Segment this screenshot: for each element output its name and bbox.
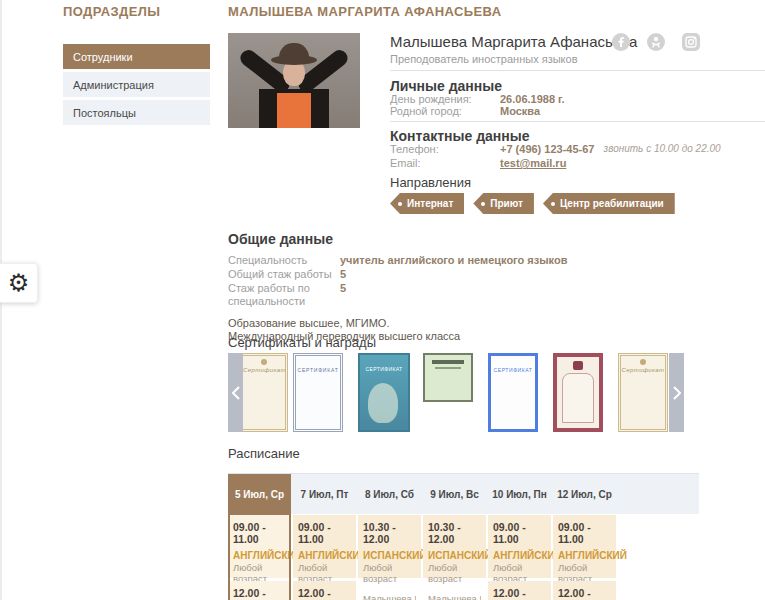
contact-data-title: Контактные данные bbox=[390, 128, 529, 144]
certificates-title: Сертификаты и награды bbox=[228, 335, 376, 350]
tab-label: 5 Июл, Ср bbox=[235, 489, 284, 500]
profile-photo bbox=[228, 33, 360, 128]
sidebar-title: ПОДРАЗДЕЛЫ bbox=[63, 4, 210, 19]
certificate-thumbnail[interactable] bbox=[553, 353, 603, 432]
certificate-thumbnail[interactable] bbox=[423, 353, 473, 402]
row-label: Email: bbox=[390, 157, 500, 169]
sidebar-item-employees[interactable]: Сотрудники bbox=[63, 44, 210, 69]
direction-tag-internat[interactable]: Интернат bbox=[390, 193, 464, 214]
tab-label: 8 Июл, Сб bbox=[365, 489, 414, 500]
tab-label: 12 Июл, Ср bbox=[557, 489, 612, 500]
row-label: Специальность bbox=[228, 254, 340, 267]
phone-value: +7 (496) 123-45-67 bbox=[500, 143, 594, 155]
lesson-card[interactable]: 10.30 - 12.00 ИСПАНСКИЙ Любой возраст Ма… bbox=[423, 515, 486, 578]
row-value: 26.06.1988 г. bbox=[500, 93, 565, 105]
schedule-tabstrip: 5 Июл, Ср 7 Июл, Пт 8 Июл, Сб 9 Июл, Вс … bbox=[228, 473, 699, 514]
email-link[interactable]: test@mail.ru bbox=[500, 157, 566, 169]
lesson-card[interactable]: 09.00 - 11.00 АНГЛИЙСКИЙ Любой возраст М… bbox=[228, 515, 291, 578]
lesson-card[interactable]: 12.00 - 13.00 bbox=[553, 581, 616, 600]
sidebar-item-residents[interactable]: Постояльцы bbox=[63, 100, 210, 125]
lesson-card[interactable]: 12.00 - 13.00 bbox=[488, 581, 551, 600]
certificate-thumbnail[interactable]: СЕРТИФИКАТ bbox=[488, 353, 538, 432]
lesson-time: 10.30 - 12.00 bbox=[428, 521, 481, 545]
instagram-icon[interactable] bbox=[682, 33, 700, 55]
social-links bbox=[612, 33, 700, 55]
page-title: МАЛЫШЕВА МАРГАРИТА АФАНАСЬЕВА bbox=[228, 4, 501, 19]
row-value: 5 bbox=[340, 268, 346, 281]
direction-tags: Интернат Приют Центр реабилитации bbox=[390, 193, 684, 214]
carousel-next-button[interactable] bbox=[669, 353, 684, 432]
schedule-day-column-5: 09.00 - 11.00 АНГЛИЙСКИЙ Любой возраст М… bbox=[553, 515, 616, 578]
lesson-time: 09.00 - 11.00 bbox=[493, 521, 546, 545]
carousel-prev-button[interactable] bbox=[228, 353, 243, 432]
lesson-subject: АНГЛИЙСКИЙ bbox=[298, 550, 351, 561]
lesson-card[interactable]: 09.00 - 11.00 АНГЛИЙСКИЙ Любой возраст М… bbox=[488, 515, 551, 578]
schedule-tab-day-3[interactable]: 9 Июл, Вс bbox=[423, 474, 486, 515]
schedule-title: Расписание bbox=[228, 446, 765, 461]
schedule-tab-day-4[interactable]: 10 Июл, Пн bbox=[488, 474, 551, 515]
lesson-card[interactable]: 10.30 - 12.00 ИСПАНСКИЙ Любой возраст Ма… bbox=[358, 515, 421, 578]
schedule-tab-day-5[interactable]: 12 Июл, Ср bbox=[553, 474, 616, 515]
lesson-teacher: Малышева М... bbox=[363, 593, 416, 600]
direction-tag-rehab[interactable]: Центр реабилитации bbox=[543, 193, 675, 214]
certificate-thumbnail[interactable]: СЕРТИФИКАТ bbox=[358, 353, 410, 432]
facebook-icon[interactable] bbox=[612, 33, 630, 55]
general-row-specialty-experience: Стаж работы по специальности 5 bbox=[228, 282, 658, 308]
lesson-card[interactable]: 12.00 - 13.00 bbox=[228, 581, 291, 600]
row-value: учитель английского и немецкого языков bbox=[340, 254, 567, 267]
lesson-time: 12.00 - 13.00 bbox=[233, 587, 286, 600]
schedule-day-column-3: 10.30 - 12.00 ИСПАНСКИЙ Любой возраст Ма… bbox=[423, 515, 486, 578]
certificate-thumbnail[interactable]: Сертификат bbox=[240, 353, 288, 432]
schedule-tab-day-2[interactable]: 8 Июл, Сб bbox=[358, 474, 421, 515]
personal-data-title: Личные данные bbox=[390, 78, 502, 94]
personal-row-birthday: День рождения: 26.06.1988 г. bbox=[390, 93, 565, 105]
directions-title: Направления bbox=[390, 175, 471, 190]
employee-profile-page: ⚙ ПОДРАЗДЕЛЫ Сотрудники Администрация По… bbox=[0, 0, 765, 600]
row-label: Стаж работы по специальности bbox=[228, 282, 340, 308]
schedule-section: Расписание 5 Июл, Ср 7 Июл, Пт 8 Июл, Сб… bbox=[228, 446, 765, 600]
lesson-card[interactable]: 12.00 - 13.00 bbox=[293, 581, 356, 600]
schedule-day-column-0: 09.00 - 11.00 АНГЛИЙСКИЙ Любой возраст М… bbox=[228, 515, 291, 578]
person-position: Преподователь иностранных языков bbox=[390, 53, 578, 65]
gear-icon: ⚙ bbox=[8, 271, 30, 295]
row-label: Родной город: bbox=[390, 105, 500, 117]
photo-art bbox=[277, 93, 311, 128]
lesson-time: 10.30 - 12.00 bbox=[363, 521, 416, 545]
sidebar-item-administration[interactable]: Администрация bbox=[63, 72, 210, 97]
tab-label: 9 Июл, Вс bbox=[430, 489, 479, 500]
lesson-time: 09.00 - 11.00 bbox=[558, 521, 611, 545]
lesson-age: Любой возраст bbox=[428, 562, 481, 584]
row-label: Общий стаж работы bbox=[228, 268, 340, 281]
odnoklassniki-icon[interactable] bbox=[647, 33, 665, 55]
lesson-teacher: Малышева М... bbox=[428, 593, 481, 600]
certificate-label: СЕРТИФИКАТ bbox=[296, 367, 340, 373]
general-row-total-experience: Общий стаж работы 5 bbox=[228, 268, 658, 281]
row-label: Телефон: bbox=[390, 143, 500, 155]
certificate-thumbnail[interactable]: Сертификат bbox=[618, 353, 668, 432]
certificate-label: СЕРТИФИКАТ bbox=[491, 367, 535, 373]
tab-label: 7 Июл, Пт bbox=[301, 489, 349, 500]
certificate-thumbnail[interactable]: СЕРТИФИКАТ bbox=[293, 353, 343, 432]
general-row-specialty: Специальность учитель английского и неме… bbox=[228, 254, 658, 267]
tab-label: 10 Июл, Пн bbox=[492, 489, 547, 500]
profile-info: Малышева Маргарита Афанасьева Преподоват… bbox=[390, 33, 765, 50]
settings-widget-button[interactable]: ⚙ bbox=[0, 263, 38, 303]
lesson-card[interactable]: 09.00 - 11.00 АНГЛИЙСКИЙ Любой возраст М… bbox=[293, 515, 356, 578]
divider bbox=[390, 121, 765, 122]
schedule-day-column-4: 09.00 - 11.00 АНГЛИЙСКИЙ Любой возраст М… bbox=[488, 515, 551, 578]
schedule-tab-day-0[interactable]: 5 Июл, Ср bbox=[228, 474, 291, 515]
row-value: Москва bbox=[500, 105, 540, 117]
lesson-age: Любой возраст bbox=[363, 562, 416, 584]
lesson-card[interactable]: 09.00 - 11.00 АНГЛИЙСКИЙ Любой возраст М… bbox=[553, 515, 616, 578]
sidebar: ПОДРАЗДЕЛЫ Сотрудники Администрация Пост… bbox=[63, 4, 210, 128]
row-label: День рождения: bbox=[390, 93, 500, 105]
direction-tag-priyut[interactable]: Приют bbox=[473, 193, 534, 214]
lesson-time: 09.00 - 11.00 bbox=[233, 521, 286, 545]
schedule-tab-day-1[interactable]: 7 Июл, Пт bbox=[293, 474, 356, 515]
personal-row-hometown: Родной город: Москва bbox=[390, 105, 540, 117]
lesson-subject: ИСПАНСКИЙ bbox=[363, 550, 416, 561]
lesson-subject: АНГЛИЙСКИЙ bbox=[493, 550, 546, 561]
photo-art bbox=[271, 55, 317, 65]
person-name: Малышева Маргарита Афанасьева bbox=[390, 33, 765, 50]
sidebar-item-label: Сотрудники bbox=[73, 51, 133, 63]
